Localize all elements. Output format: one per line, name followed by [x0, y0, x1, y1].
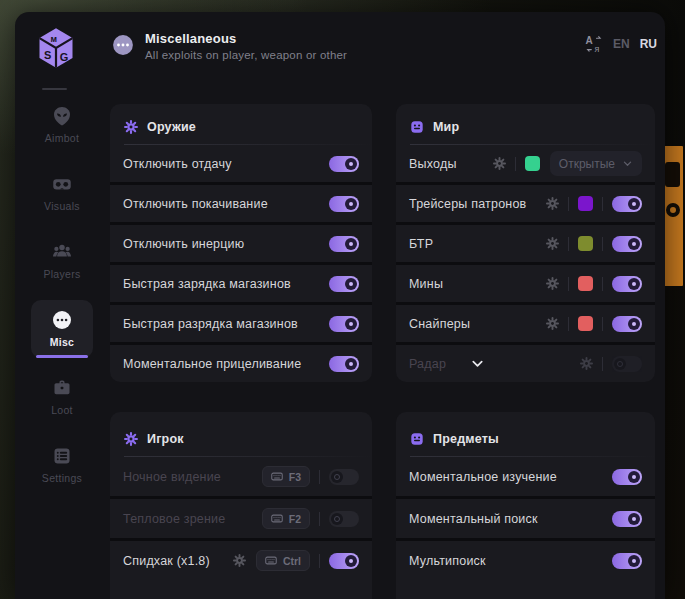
setting-row: Отключить инерцию [110, 222, 372, 262]
divider [568, 237, 569, 251]
sidebar-item-label: Visuals [44, 200, 80, 212]
dropdown-value: Открытые [559, 157, 615, 171]
sidebar-item-settings[interactable]: Settings [31, 436, 93, 494]
gear-icon[interactable] [233, 554, 246, 567]
section-weapon: Оружие Отключить отдачу Отключить покачи… [110, 104, 372, 382]
toggle-switch[interactable] [612, 511, 642, 527]
gear-icon[interactable] [493, 157, 506, 170]
lang-ru-button[interactable]: RU [640, 37, 657, 51]
sidebar-item-visuals[interactable]: Visuals [31, 164, 93, 222]
color-swatch[interactable] [578, 196, 593, 211]
setting-label: Снайперы [409, 317, 470, 331]
toggle-switch[interactable] [612, 236, 642, 252]
setting-row: Моментальное прицеливание [110, 342, 372, 382]
toggle-switch[interactable] [612, 316, 642, 332]
setting-row: Спидхак (x1.8) Ctrl [110, 538, 372, 580]
divider [515, 157, 516, 171]
gear-icon[interactable] [546, 237, 559, 250]
keyboard-icon [271, 514, 283, 523]
divider [568, 277, 569, 291]
divider [602, 317, 603, 331]
gear-icon [124, 120, 138, 134]
list-icon [52, 446, 72, 466]
svg-text:S: S [44, 49, 51, 61]
toggle-switch[interactable] [612, 356, 642, 372]
keybind-badge[interactable]: Ctrl [256, 550, 310, 571]
section-header: Мир [396, 104, 655, 144]
sidebar-item-players[interactable]: Players [31, 232, 93, 290]
color-swatch[interactable] [578, 316, 593, 331]
app-logo: м S G [36, 26, 76, 70]
divider [602, 237, 603, 251]
setting-row: Быстрая разрядка магазинов [110, 302, 372, 342]
setting-row: Быстрая зарядка магазинов [110, 262, 372, 302]
gear-icon[interactable] [546, 277, 559, 290]
sidebar-item-loot[interactable]: Loot [31, 368, 93, 426]
setting-label: Моментальное прицеливание [123, 357, 301, 371]
setting-label: Отключить инерцию [123, 237, 244, 251]
toggle-switch[interactable] [329, 469, 359, 485]
chevron-down-icon [622, 158, 633, 169]
gear-icon[interactable] [546, 197, 559, 210]
color-swatch[interactable] [525, 156, 540, 171]
toggle-switch[interactable] [612, 196, 642, 212]
svg-text:G: G [60, 51, 69, 63]
keybind-value: F2 [289, 513, 301, 525]
setting-row: Радар [396, 342, 655, 382]
setting-row: Отключить отдачу [110, 145, 372, 182]
svg-text:м: м [51, 34, 58, 44]
toggle-switch[interactable] [329, 276, 359, 292]
category-icon [410, 432, 424, 446]
translate-icon[interactable] [585, 35, 603, 53]
keybind-badge[interactable]: F3 [262, 466, 310, 487]
exits-dropdown[interactable]: Открытые [550, 151, 642, 176]
divider [602, 197, 603, 211]
setting-row: Мины [396, 262, 655, 302]
sidebar-item-misc[interactable]: Misc [31, 300, 93, 358]
chevron-down-icon[interactable] [470, 356, 485, 371]
section-world: Мир Выходы Открытые Трейсеры патронов [396, 104, 655, 382]
toggle-switch[interactable] [329, 356, 359, 372]
toggle-switch[interactable] [612, 276, 642, 292]
sidebar-item-label: Aimbot [45, 132, 79, 144]
toggle-switch[interactable] [612, 469, 642, 485]
divider [568, 197, 569, 211]
divider [602, 277, 603, 291]
keybind-badge[interactable]: F2 [262, 508, 310, 529]
gear-icon[interactable] [580, 357, 593, 370]
alien-icon [52, 106, 72, 126]
setting-row: Ночное видение F3 [110, 457, 372, 496]
toggle-switch[interactable] [329, 316, 359, 332]
setting-label: БТР [409, 237, 433, 251]
setting-label: Мины [409, 277, 443, 291]
divider [319, 554, 320, 568]
setting-row: Отключить покачивание [110, 182, 372, 222]
players-icon [52, 242, 72, 262]
toggle-switch[interactable] [329, 156, 359, 172]
section-title: Мир [433, 120, 459, 134]
sidebar-item-aimbot[interactable]: Aimbot [31, 96, 93, 154]
page-title: Miscellaneous [145, 31, 236, 46]
divider [319, 512, 320, 526]
color-swatch[interactable] [578, 236, 593, 251]
lang-en-button[interactable]: EN [613, 37, 630, 51]
gear-icon[interactable] [546, 317, 559, 330]
sidebar-item-label: Misc [50, 336, 75, 348]
color-swatch[interactable] [578, 276, 593, 291]
setting-label: Радар [409, 357, 446, 371]
toggle-switch[interactable] [329, 236, 359, 252]
section-title: Игрок [147, 432, 184, 446]
cheat-menu-window: м S G Aimbot Visuals Players Misc [15, 12, 665, 599]
toggle-switch[interactable] [329, 196, 359, 212]
divider [42, 88, 67, 90]
toggle-switch[interactable] [612, 553, 642, 569]
ellipsis-icon [112, 34, 134, 56]
setting-row: Тепловое зрение F2 [110, 496, 372, 538]
toggle-switch[interactable] [329, 553, 359, 569]
divider [319, 470, 320, 484]
vr-goggles-icon [52, 174, 72, 194]
sidebar-item-label: Loot [51, 404, 73, 416]
section-title: Предметы [433, 432, 499, 446]
setting-row: Трейсеры патронов [396, 182, 655, 222]
toggle-switch[interactable] [329, 511, 359, 527]
